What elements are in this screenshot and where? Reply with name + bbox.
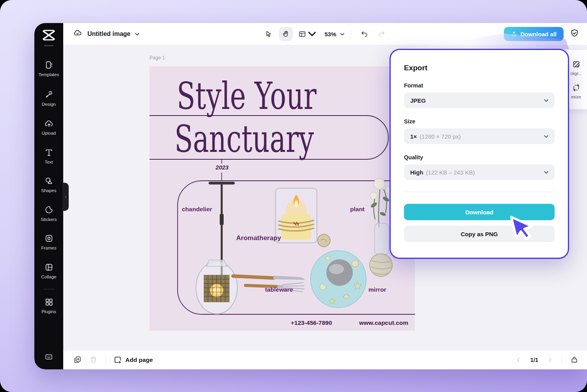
present-box-icon bbox=[570, 356, 578, 364]
mouse-cursor-icon bbox=[508, 213, 535, 245]
dialog-divider bbox=[404, 192, 555, 192]
layout-tool-button[interactable] bbox=[296, 27, 318, 41]
canvas-label-mirror[interactable]: mirror bbox=[368, 286, 386, 293]
quality-detail: (122 KB – 243 KB) bbox=[426, 169, 475, 176]
sidebar-item-label: Collage bbox=[34, 274, 63, 279]
sidebar-item-design[interactable]: Design bbox=[34, 90, 63, 107]
chevron-right-icon bbox=[546, 356, 554, 364]
hand-tool-icon bbox=[282, 30, 290, 38]
chevron-down-icon[interactable] bbox=[340, 32, 345, 36]
sidebar-item-label: Frames bbox=[34, 246, 63, 250]
delete-page-button[interactable] bbox=[89, 356, 98, 364]
sidebar-item-label: Shapes bbox=[34, 188, 63, 193]
plugins-icon bbox=[44, 298, 53, 306]
chevron-down-icon bbox=[308, 30, 316, 38]
sidebar-item-frames[interactable]: Frames bbox=[34, 234, 63, 250]
quality-label: Quality bbox=[404, 154, 555, 160]
canvas-label-plant[interactable]: plant bbox=[350, 206, 365, 213]
sidebar-divider bbox=[44, 45, 53, 46]
design-canvas[interactable]: Style Your Sanctuary 2023 chandelier Aro… bbox=[149, 66, 415, 331]
undo-icon bbox=[361, 30, 368, 38]
background-tool-button[interactable]: ckgr... bbox=[570, 60, 582, 76]
frames-icon bbox=[44, 234, 53, 243]
size-detail: (1280 × 720 px) bbox=[420, 133, 461, 140]
format-select[interactable]: JPEG bbox=[404, 93, 555, 108]
add-page-icon bbox=[114, 356, 122, 364]
upload-cloud-icon bbox=[44, 119, 53, 128]
quality-value: High bbox=[410, 169, 423, 176]
canvas-label-aromatherapy[interactable]: Aromatherapy bbox=[236, 234, 281, 242]
document-title[interactable]: Untitled image bbox=[87, 30, 130, 37]
select-tool-button[interactable] bbox=[261, 27, 276, 41]
bottom-toolbar: Add page 1/1 bbox=[63, 350, 587, 369]
duplicate-icon bbox=[73, 356, 82, 364]
sidebar: Templates Design Upload Text Shapes Stic… bbox=[34, 23, 63, 369]
sidebar-item-stickers[interactable]: Stickers bbox=[34, 205, 63, 222]
present-button[interactable] bbox=[570, 356, 578, 364]
bottom-divider bbox=[562, 356, 562, 364]
chevron-down-icon[interactable] bbox=[135, 32, 139, 36]
add-page-button[interactable]: Add page bbox=[114, 356, 153, 364]
redo-button[interactable] bbox=[375, 27, 389, 41]
collage-icon bbox=[44, 263, 53, 272]
templates-icon bbox=[44, 61, 53, 69]
add-page-label: Add page bbox=[125, 356, 153, 363]
toolbar-divider bbox=[351, 30, 351, 38]
text-icon bbox=[44, 148, 53, 157]
canvas-label-chandelier[interactable]: chandelier bbox=[182, 206, 212, 213]
chevron-down-icon bbox=[544, 98, 548, 103]
sidebar-item-label: Text bbox=[34, 160, 63, 164]
undo-button[interactable] bbox=[358, 27, 372, 41]
design-icon bbox=[44, 90, 53, 99]
layout-icon bbox=[298, 30, 306, 38]
chevron-down-icon bbox=[544, 134, 548, 139]
sidebar-item-templates[interactable]: Templates bbox=[34, 61, 63, 77]
stickers-icon bbox=[44, 205, 53, 214]
shapes-icon bbox=[44, 176, 53, 185]
size-select[interactable]: 1× (1280 × 720 px) bbox=[404, 128, 555, 144]
keyboard-icon bbox=[44, 353, 53, 361]
sidebar-item-label: Upload bbox=[34, 131, 63, 135]
panel-expand-handle[interactable]: › bbox=[62, 183, 69, 211]
sidebar-item-upload[interactable]: Upload bbox=[34, 119, 63, 135]
format-label: Format bbox=[404, 82, 555, 89]
canvas-label-tableware[interactable]: tableware bbox=[265, 286, 293, 293]
hand-tool-button[interactable] bbox=[279, 27, 293, 41]
page-label: Page 1 bbox=[149, 55, 165, 61]
shield-check-icon[interactable] bbox=[570, 29, 579, 39]
quality-select[interactable]: High (122 KB – 243 KB) bbox=[404, 164, 555, 180]
canvas-year[interactable]: 2023 bbox=[213, 164, 231, 171]
size-label: Size bbox=[404, 118, 555, 125]
background-label: ckgr... bbox=[570, 71, 582, 76]
background-icon bbox=[572, 60, 580, 68]
canvas-title-line2[interactable]: Sanctuary bbox=[174, 120, 314, 158]
duplicate-page-button[interactable] bbox=[73, 356, 82, 364]
keyboard-shortcuts-button[interactable] bbox=[34, 353, 63, 363]
sidebar-separator bbox=[43, 289, 54, 289]
previous-page-button[interactable] bbox=[514, 356, 523, 364]
cursor-tool-icon bbox=[265, 30, 272, 38]
size-value: 1× bbox=[410, 133, 417, 140]
page-background: Templates Design Upload Text Shapes Stic… bbox=[0, 0, 587, 392]
next-page-button[interactable] bbox=[546, 356, 554, 364]
cloud-sync-icon bbox=[73, 29, 82, 39]
canvas-phone[interactable]: +123-456-7890 bbox=[291, 319, 332, 326]
resize-label: esize bbox=[571, 94, 581, 99]
sidebar-item-label: Templates bbox=[34, 72, 63, 77]
bottom-divider bbox=[105, 356, 106, 364]
zoom-level[interactable]: 53% bbox=[324, 31, 336, 37]
canvas-website[interactable]: www.capcut.com bbox=[359, 319, 408, 326]
sidebar-item-label: Stickers bbox=[34, 217, 63, 222]
canvas-title-line1[interactable]: Style Your bbox=[177, 77, 317, 115]
export-dialog-title: Export bbox=[404, 64, 555, 72]
sidebar-item-text[interactable]: Text bbox=[34, 148, 63, 164]
sidebar-item-shapes[interactable]: Shapes bbox=[34, 176, 63, 193]
sidebar-item-plugins[interactable]: Plugins bbox=[34, 298, 63, 314]
chevron-right-icon: › bbox=[65, 194, 66, 200]
sidebar-item-label: Plugins bbox=[34, 309, 63, 314]
sidebar-item-label: Design bbox=[34, 102, 63, 107]
resize-tool-button[interactable]: esize bbox=[571, 84, 581, 99]
format-value: JPEG bbox=[410, 97, 426, 104]
export-dialog: Export Format JPEG Size 1× (1280 × 720 p… bbox=[390, 49, 569, 259]
sidebar-item-collage[interactable]: Collage bbox=[34, 263, 63, 279]
